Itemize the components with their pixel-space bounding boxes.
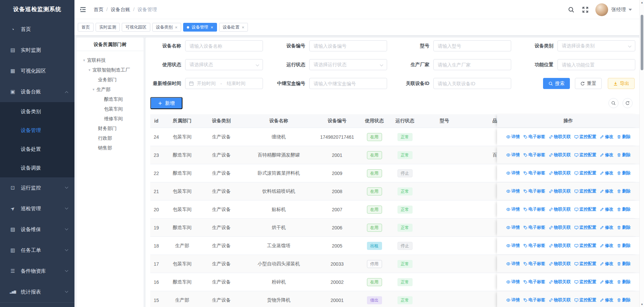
action-delete[interactable]: 删除 bbox=[617, 152, 631, 158]
action-edit[interactable]: 修改 bbox=[600, 134, 613, 140]
action-detail[interactable]: 详情 bbox=[506, 207, 520, 212]
action-iot-link[interactable]: 物联关联 bbox=[549, 225, 571, 230]
action-monitor-config[interactable]: 监控配置 bbox=[574, 170, 596, 176]
action-delete[interactable]: 删除 bbox=[617, 297, 631, 303]
tree-node[interactable]: 维修车间 bbox=[76, 114, 144, 124]
manufacturer-input[interactable] bbox=[434, 59, 511, 70]
action-edit[interactable]: 修改 bbox=[600, 297, 613, 303]
sidebar-item-run-monitor[interactable]: ⊡ 运行监控 bbox=[0, 177, 74, 198]
tree-node[interactable]: 包装车间 bbox=[76, 104, 144, 114]
tree-node[interactable]: ▾ 宜联智能制造工厂 bbox=[76, 65, 144, 75]
action-edit[interactable]: 修改 bbox=[600, 188, 613, 194]
action-monitor-config[interactable]: 监控配置 bbox=[574, 261, 596, 267]
tree-caret-icon[interactable]: ▾ bbox=[93, 87, 95, 92]
action-detail[interactable]: 详情 bbox=[506, 152, 520, 158]
scrollbar-thumb[interactable] bbox=[641, 15, 643, 70]
action-detail[interactable]: 详情 bbox=[506, 134, 520, 140]
action-iot-link[interactable]: 物联关联 bbox=[549, 152, 571, 158]
action-detail[interactable]: 详情 bbox=[506, 170, 520, 176]
action-electronic-label[interactable]: 电子标签 bbox=[523, 134, 545, 140]
action-delete[interactable]: 删除 bbox=[617, 188, 631, 194]
scroll-down-arrow[interactable]: ▼ bbox=[640, 303, 644, 306]
action-iot-link[interactable]: 物联关联 bbox=[549, 279, 571, 285]
action-iot-link[interactable]: 物联关联 bbox=[549, 188, 571, 194]
action-detail[interactable]: 详情 bbox=[506, 297, 520, 303]
tree-node[interactable]: 酿造车间 bbox=[76, 94, 144, 104]
avatar[interactable] bbox=[595, 3, 608, 16]
action-monitor-config[interactable]: 监控配置 bbox=[574, 207, 596, 212]
action-edit[interactable]: 修改 bbox=[600, 225, 613, 230]
tree-node[interactable]: ▾ 生产部 bbox=[76, 85, 144, 94]
action-iot-link[interactable]: 物联关联 bbox=[549, 207, 571, 212]
action-edit[interactable]: 修改 bbox=[600, 279, 613, 285]
action-detail[interactable]: 详情 bbox=[506, 279, 520, 285]
action-detail[interactable]: 详情 bbox=[506, 243, 520, 249]
tree-node[interactable]: 业务部门 bbox=[76, 75, 144, 85]
action-delete[interactable]: 删除 bbox=[617, 261, 631, 267]
close-icon[interactable]: × bbox=[175, 25, 178, 30]
action-electronic-label[interactable]: 电子标签 bbox=[523, 243, 545, 249]
close-icon[interactable]: × bbox=[242, 25, 245, 30]
sidebar-item-statistics[interactable]: ▂▅▇ 统计报表 bbox=[0, 281, 74, 302]
action-electronic-label[interactable]: 电子标签 bbox=[523, 170, 545, 176]
maintenance-date-range[interactable]: 开始时间 - 结束时间 bbox=[185, 78, 263, 89]
run-status-select[interactable]: 请选择运行状态 bbox=[309, 59, 387, 70]
sidebar-item-inspection[interactable]: ➤ 巡检管理 bbox=[0, 198, 74, 219]
related-device-id-input[interactable] bbox=[434, 78, 511, 89]
search-icon[interactable] bbox=[568, 6, 575, 13]
action-monitor-config[interactable]: 监控配置 bbox=[574, 188, 596, 194]
table-refresh-button[interactable] bbox=[623, 98, 633, 108]
device-code-input[interactable] bbox=[310, 41, 387, 51]
action-detail[interactable]: 详情 bbox=[506, 225, 520, 230]
action-monitor-config[interactable]: 监控配置 bbox=[574, 152, 596, 158]
tree-caret-icon[interactable]: ▾ bbox=[83, 58, 85, 62]
relay-box-code-input[interactable] bbox=[310, 78, 387, 89]
close-icon[interactable]: × bbox=[211, 25, 213, 30]
sidebar-item-realtime-monitor[interactable]: ▤ 实时监测 bbox=[0, 40, 74, 60]
sidebar-item-spare-parts[interactable]: ☰ 备件物资库 bbox=[0, 261, 74, 281]
action-delete[interactable]: 删除 bbox=[617, 279, 631, 285]
action-iot-link[interactable]: 物联关联 bbox=[549, 243, 571, 249]
breadcrumb-device-ledger[interactable]: 设备台账 bbox=[111, 6, 130, 13]
tree-node[interactable]: 财务部门 bbox=[76, 124, 144, 133]
action-delete[interactable]: 删除 bbox=[617, 225, 631, 230]
action-edit[interactable]: 修改 bbox=[600, 170, 613, 176]
tab-home[interactable]: 首页 bbox=[78, 23, 94, 32]
action-edit[interactable]: 修改 bbox=[600, 152, 613, 158]
action-edit[interactable]: 修改 bbox=[600, 207, 613, 212]
tab-visual-park[interactable]: 可视化园区 bbox=[122, 23, 150, 32]
action-iot-link[interactable]: 物联关联 bbox=[549, 170, 571, 176]
action-edit[interactable]: 修改 bbox=[600, 261, 613, 267]
breadcrumb-home[interactable]: 首页 bbox=[94, 6, 103, 13]
action-monitor-config[interactable]: 监控配置 bbox=[574, 134, 596, 140]
device-name-input[interactable] bbox=[185, 41, 263, 51]
action-delete[interactable]: 删除 bbox=[617, 207, 631, 212]
tree-node[interactable]: ▾ 宜联科技 bbox=[76, 55, 144, 65]
action-monitor-config[interactable]: 监控配置 bbox=[574, 243, 596, 249]
device-category-select[interactable]: 请选择设备类别 bbox=[557, 40, 635, 51]
model-input[interactable] bbox=[434, 41, 511, 51]
reset-button[interactable]: 重置 bbox=[575, 78, 602, 89]
function-location-input[interactable] bbox=[558, 59, 635, 70]
tab-device-disposal[interactable]: 设备处置 × bbox=[219, 23, 248, 32]
sidebar-item-device-category[interactable]: 设备类别 bbox=[0, 102, 74, 121]
add-button[interactable]: 新增 bbox=[150, 97, 182, 109]
tree-node[interactable]: 行政部 bbox=[76, 133, 144, 143]
use-status-select[interactable]: 请选择状态 bbox=[185, 59, 263, 70]
fullscreen-icon[interactable] bbox=[582, 6, 589, 13]
action-electronic-label[interactable]: 电子标签 bbox=[523, 279, 545, 285]
action-edit[interactable]: 修改 bbox=[600, 243, 613, 249]
action-electronic-label[interactable]: 电子标签 bbox=[523, 225, 545, 230]
action-delete[interactable]: 删除 bbox=[617, 134, 631, 140]
caret-down-icon[interactable] bbox=[629, 9, 632, 11]
tab-realtime-monitor[interactable]: 实时监测 bbox=[96, 23, 120, 32]
action-electronic-label[interactable]: 电子标签 bbox=[523, 297, 545, 303]
tab-device-management[interactable]: 设备管理 × bbox=[183, 23, 217, 32]
sidebar-item-maintenance[interactable]: ▨ 设备维保 bbox=[0, 219, 74, 240]
action-iot-link[interactable]: 物联关联 bbox=[549, 297, 571, 303]
table-search-toggle-button[interactable] bbox=[608, 98, 619, 108]
action-detail[interactable]: 详情 bbox=[506, 261, 520, 267]
action-delete[interactable]: 删除 bbox=[617, 243, 631, 249]
action-iot-link[interactable]: 物联关联 bbox=[549, 134, 571, 140]
action-monitor-config[interactable]: 监控配置 bbox=[574, 297, 596, 303]
